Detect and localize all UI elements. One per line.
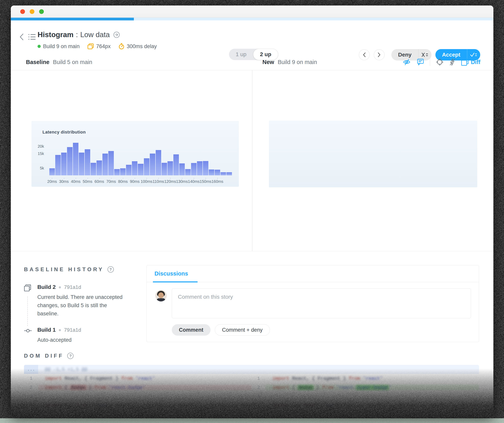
dom-diff-help-icon[interactable]: ? [67,353,73,359]
discussions-card: Discussions Comment Comment + deny [146,265,479,342]
zoom-window-button[interactable] [39,9,44,14]
commit-node-icon [24,328,32,333]
bottom-strip [0,418,504,423]
x-axis [287,177,471,185]
disable-interactions-icon[interactable] [449,58,455,66]
diff-row: 3 3 [24,392,479,401]
diff-build-icon [24,284,31,291]
comment-icon[interactable] [417,59,424,66]
tab-discussions[interactable]: Discussions [155,270,188,277]
y-axis [269,139,285,176]
passed-status-dot [37,45,41,48]
close-window-button[interactable] [20,9,25,14]
panel-divider [252,70,252,251]
baseline-header: Baseline Build 5 on main [26,59,92,65]
browser-window: Histogram : Low data Build 9 on main 764… [11,6,493,417]
title-separator: : [76,31,78,39]
open-story-icon[interactable] [113,31,120,38]
discussions-tabs: Discussions [147,265,479,282]
story-header: Histogram : Low data Build 9 on main 764… [11,20,493,55]
traffic-lights [20,9,44,14]
history-description: Auto-accepted [37,336,124,344]
history-commit-hash: 791a1d [64,284,81,290]
viewport-size[interactable]: 764px [87,43,111,49]
diff-hunk-header: ... @@ -1,5 +1,5 @@ [24,365,479,374]
diff-icon [461,58,469,66]
dom-diff-heading: DOM DIFF [24,353,64,359]
comment-input[interactable] [172,288,471,318]
x-axis: 20ms30ms40ms50ms60ms70ms80ms90ms100ms110… [49,177,232,185]
chart-title: Latency distribution [42,130,86,135]
history-commit-hash: 791a1d [64,327,81,333]
component-name: Histogram [37,31,73,39]
y-axis: 20k15k5k [31,139,47,175]
diff-row-changed: 2 import { Badge } from 'react-badge' 2 … [24,383,479,392]
new-header: New Build 9 on main [262,59,317,65]
story-name: Low data [80,31,110,39]
page-title: Histogram : Low data [37,31,157,39]
diff-label: Diff [471,59,480,65]
build-status: Build 9 on main [37,43,80,49]
focus-crosshair-icon[interactable] [436,58,444,66]
build-progress-fill [11,18,134,20]
history-description: Current build. There are unaccepted chan… [37,293,124,318]
new-snapshot[interactable] [269,121,477,187]
snapshot-panels: Latency distribution 20k15k5k 20ms30ms40… [11,70,493,251]
story-list-icon[interactable] [28,34,36,40]
back-chevron-icon[interactable] [19,33,24,41]
build-progress-track [11,18,493,20]
history-item[interactable]: Build 2 ● 791a1d Current build. There ar… [24,284,134,318]
comment-button[interactable]: Comment [172,324,210,336]
plot [287,139,471,176]
compare-header: Baseline Build 5 on main New Build 9 on … [11,55,493,70]
toolbar-divider [430,58,430,66]
hide-diff-eye-icon[interactable] [403,59,411,65]
baseline-history-section: BASELINE HISTORY ? Build 2 ● 791a1d Curr… [24,266,134,353]
viewport-icon [87,43,94,49]
avatar [155,290,167,301]
timer-icon [119,43,124,49]
history-build-name: Build 2 [37,284,56,290]
baseline-history-help-icon[interactable]: ? [108,266,114,273]
window-titlebar [11,6,493,18]
snapshot-toolbar: Diff [403,58,480,66]
plot [49,139,232,175]
comment-deny-button[interactable]: Comment + deny [215,324,270,336]
diff-toggle[interactable]: Diff [461,58,480,66]
history-build-name: Build 1 [37,327,56,333]
diff-row: 4 import Nav from './Nav' 4 import Nav f… [24,401,479,410]
baseline-snapshot[interactable]: Latency distribution 20k15k5k 20ms30ms40… [31,121,239,187]
story-details: BASELINE HISTORY ? Build 2 ● 791a1d Curr… [11,251,493,353]
history-item[interactable]: Build 1 ● 791a1d Auto-accepted [24,327,134,344]
minimize-window-button[interactable] [30,9,34,14]
code-diff: ... @@ -1,5 +1,5 @@ 1 import React, { Fr… [24,365,479,410]
diff-row: 1 import React, { Fragment } from 'react… [24,374,479,383]
baseline-history-heading: BASELINE HISTORY [24,266,104,273]
delay-setting[interactable]: 300ms delay [119,43,157,49]
